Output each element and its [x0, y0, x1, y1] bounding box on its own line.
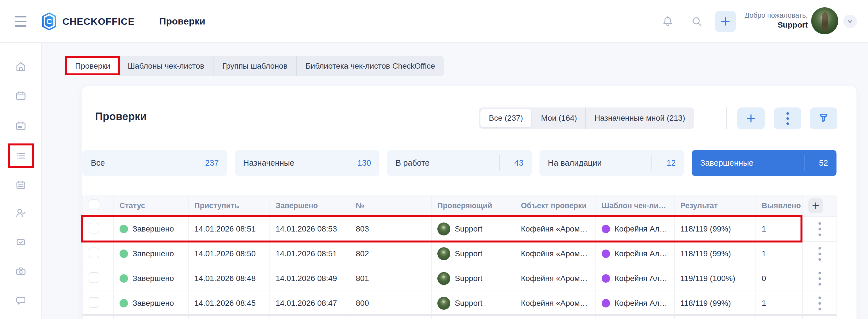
chevron-down-icon[interactable]: [843, 14, 857, 28]
result-cell: 118/119 (99%): [675, 291, 756, 316]
add-column-button[interactable]: [808, 198, 823, 213]
result-cell: 118/119 (99%): [675, 217, 756, 242]
filter-chip-completed[interactable]: Завершенные 52: [692, 150, 837, 176]
filter-chip-all[interactable]: Все 237: [83, 150, 227, 176]
col-status[interactable]: Статус: [114, 195, 188, 217]
inspector-avatar: [437, 272, 450, 285]
object-cell: Кофейня «Аром…: [515, 217, 596, 242]
table-row[interactable]: Завершено 14.01.2026 08:50 14.01.2026 08…: [83, 242, 837, 266]
sidebar-item-inspections-list[interactable]: [15, 150, 27, 162]
filter-count: 43: [508, 158, 523, 168]
finished-cell: 14.01.2026 08:53: [270, 217, 350, 242]
col-inspector[interactable]: Проверяющий: [431, 195, 515, 217]
col-finished[interactable]: Завершено: [270, 195, 350, 217]
top-header: C CHECKOFFICE Проверки Добро пожаловать,…: [0, 0, 868, 43]
kebab-menu-icon[interactable]: [774, 107, 801, 129]
scope-tab-all[interactable]: Все (237): [480, 109, 531, 127]
card-title: Проверки: [95, 110, 147, 123]
tab-template-groups[interactable]: Группы шаблонов: [213, 56, 296, 76]
filter-label: На валидации: [548, 158, 602, 168]
template-name: Кофейня Ал…: [615, 224, 668, 233]
sidebar-item-planner[interactable]: [15, 120, 27, 132]
table-row[interactable]: Завершено 14.01.2026 08:45 14.01.2026 08…: [83, 291, 837, 316]
table-bottom-shadow: [83, 314, 837, 316]
welcome-text: Добро пожаловать, Support: [745, 11, 808, 30]
found-cell: 1: [756, 242, 803, 266]
scope-tab-assigned-by-me[interactable]: Назначенные мной (213): [585, 107, 693, 129]
toolbar-divider: [726, 107, 727, 129]
filter-icon[interactable]: [810, 107, 837, 129]
template-dot: [602, 299, 610, 308]
row-menu-icon[interactable]: [808, 222, 831, 236]
filter-label: Назначенные: [243, 158, 294, 168]
bell-icon[interactable]: [661, 15, 674, 28]
col-template[interactable]: Шаблон чек-ли…: [596, 195, 675, 217]
sidebar-item-tasks[interactable]: [15, 236, 27, 248]
number-cell: 802: [350, 242, 431, 266]
inspector-avatar: [437, 247, 450, 260]
filter-chip-on-validation[interactable]: На валидации 12: [539, 150, 684, 176]
inspector-name: Support: [455, 299, 483, 308]
add-inspection-button[interactable]: [737, 107, 765, 129]
filter-chip-assigned[interactable]: Назначенные 130: [235, 150, 380, 176]
template-dot: [602, 250, 610, 258]
number-cell: 800: [350, 291, 431, 316]
sidebar-item-chat[interactable]: [15, 294, 27, 306]
brand-wordmark: CHECKOFFICE: [62, 16, 135, 27]
tab-checklist-library[interactable]: Библиотека чек-листов CheckOffice: [296, 56, 443, 76]
table-row[interactable]: Завершено 14.01.2026 08:48 14.01.2026 08…: [83, 266, 837, 291]
col-started[interactable]: Приступить: [188, 195, 270, 217]
select-all-checkbox[interactable]: [89, 199, 99, 210]
user-avatar[interactable]: [811, 7, 838, 34]
filter-count: 12: [660, 158, 676, 168]
col-result[interactable]: Результат: [675, 195, 756, 217]
filter-count: 52: [812, 158, 828, 168]
tab-inspections[interactable]: Проверки: [66, 56, 119, 76]
create-button[interactable]: [715, 11, 736, 32]
object-cell: Кофейня «Аром…: [515, 266, 596, 291]
started-cell: 14.01.2026 08:45: [188, 291, 270, 316]
started-cell: 14.01.2026 08:48: [188, 266, 270, 291]
scope-tab-mine[interactable]: Мои (164): [532, 107, 585, 129]
template-dot: [602, 274, 610, 283]
filter-label: Все: [91, 158, 105, 168]
row-menu-icon[interactable]: [808, 247, 831, 261]
sidebar-item-home[interactable]: [15, 61, 27, 72]
sidebar-item-assignees[interactable]: [15, 207, 27, 219]
status-dot-completed: [120, 299, 128, 308]
table-row[interactable]: Завершено 14.01.2026 08:51 14.01.2026 08…: [83, 217, 837, 242]
col-number[interactable]: №: [350, 195, 431, 217]
status-text: Завершено: [132, 249, 174, 258]
row-checkbox[interactable]: [89, 297, 99, 308]
sidebar-item-photos[interactable]: [15, 265, 27, 277]
row-menu-icon[interactable]: [808, 272, 831, 286]
started-cell: 14.01.2026 08:51: [188, 217, 270, 242]
found-cell: 0: [756, 266, 803, 291]
template-dot: [602, 225, 610, 233]
menu-icon[interactable]: [14, 16, 26, 27]
checkoffice-logo-icon: C: [41, 12, 57, 32]
finished-cell: 14.01.2026 08:47: [270, 291, 350, 316]
inspections-table: Статус Приступить Завершено № Проверяющи…: [83, 195, 837, 319]
found-cell: 1: [756, 217, 803, 242]
search-icon[interactable]: [691, 15, 703, 28]
row-checkbox[interactable]: [89, 248, 99, 258]
status-filter-row: Все 237 Назначенные 130 В работе 43 На в…: [83, 150, 837, 176]
filter-chip-in-progress[interactable]: В работе 43: [387, 150, 532, 176]
tab-checklist-templates[interactable]: Шаблоны чек-листов: [119, 56, 213, 76]
row-checkbox[interactable]: [89, 223, 99, 233]
col-object[interactable]: Объект проверки: [515, 195, 596, 217]
object-cell: Кофейня «Аром…: [515, 242, 596, 266]
svg-text:C: C: [46, 17, 52, 26]
checkoffice-app: C CHECKOFFICE Проверки Добро пожаловать,…: [0, 0, 868, 319]
row-checkbox[interactable]: [89, 272, 99, 283]
template-name: Кофейня Ал…: [615, 299, 668, 308]
sidebar-item-calendar[interactable]: [15, 90, 27, 102]
sidebar-item-notes[interactable]: [15, 179, 27, 191]
col-found[interactable]: Выявлено: [756, 195, 803, 217]
status-dot-completed: [120, 225, 128, 233]
sidebar-nav: [0, 43, 42, 319]
filter-label: В работе: [396, 158, 430, 168]
row-menu-icon[interactable]: [808, 296, 831, 310]
finished-cell: 14.01.2026 08:51: [270, 242, 350, 266]
